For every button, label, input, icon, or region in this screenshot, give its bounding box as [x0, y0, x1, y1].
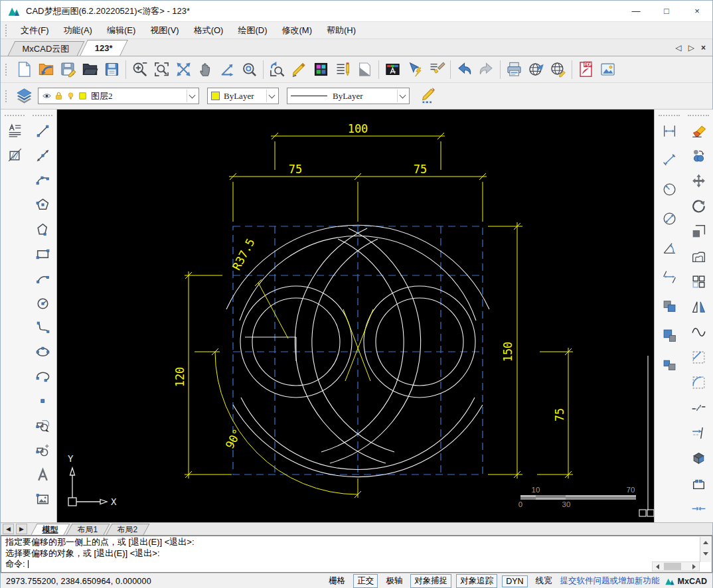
sketch-pencil-icon[interactable]	[288, 58, 310, 81]
chamfer-icon[interactable]	[688, 347, 709, 367]
polygon-icon[interactable]	[33, 194, 53, 214]
command-vertical-scrollbar[interactable]	[700, 537, 711, 562]
array-icon[interactable]	[688, 271, 709, 291]
color-select[interactable]: ByLayer	[207, 88, 279, 104]
tab-close-icon[interactable]: ×	[701, 43, 706, 52]
layout-tab-layout1[interactable]: 布局1	[66, 524, 110, 535]
hatch-icon[interactable]	[5, 145, 25, 165]
toggle-ortho[interactable]: 正交	[353, 574, 378, 588]
tab-scroll-left-icon[interactable]: ◁	[676, 43, 682, 52]
minimize-button[interactable]: —	[621, 1, 651, 21]
web-publish-icon[interactable]	[525, 58, 547, 81]
toggle-grid[interactable]: 栅格	[325, 575, 349, 587]
drawing-canvas[interactable]: 100 75 75 120 150 75 R37.5 90°	[57, 110, 654, 522]
toggle-polar[interactable]: 极轴	[382, 575, 406, 587]
circle-icon[interactable]	[33, 293, 53, 313]
toggle-lineweight[interactable]: 线宽	[532, 575, 556, 587]
feedback-link[interactable]: 提交软件问题或增加新功能	[560, 575, 660, 587]
tab-123-active[interactable]: 123*	[80, 40, 127, 56]
spline-icon[interactable]	[33, 317, 53, 337]
scale-icon[interactable]	[688, 221, 709, 241]
dim-linear-icon[interactable]	[659, 121, 680, 141]
pan-icon[interactable]	[195, 58, 216, 81]
menu-modify[interactable]: 修改(M)	[274, 23, 319, 38]
toggle-otrack[interactable]: 对象追踪	[456, 574, 497, 588]
pdf-export-icon[interactable]	[575, 58, 597, 81]
zoom-in-out-icon[interactable]	[129, 58, 151, 81]
redo-icon[interactable]	[475, 58, 497, 81]
dim-aligned-icon[interactable]	[659, 150, 680, 170]
view-axes-icon[interactable]	[216, 58, 238, 81]
spline-edit-icon[interactable]	[688, 322, 709, 342]
undo-icon[interactable]	[453, 58, 475, 81]
zoom-extents-icon[interactable]	[173, 58, 195, 81]
ellipse-icon[interactable]	[33, 342, 53, 362]
dim-radius-icon[interactable]	[659, 179, 680, 199]
layer-select[interactable]: 图层2	[38, 88, 199, 104]
tab-scroll-right-icon[interactable]: ▷	[688, 43, 694, 52]
zoom-previous-icon[interactable]	[266, 58, 288, 81]
stretch-icon[interactable]	[688, 473, 709, 493]
linetype-manager-icon[interactable]	[332, 58, 354, 81]
insert-image-icon[interactable]	[597, 58, 619, 81]
tab-mxcad-cloud[interactable]: MxCAD云图	[8, 41, 85, 56]
layout-tab-layout2[interactable]: 布局2	[106, 524, 149, 535]
menu-view[interactable]: 视图(V)	[143, 23, 186, 38]
erase-icon[interactable]	[688, 120, 709, 140]
construction-line-icon[interactable]	[33, 145, 53, 165]
toggle-dyn[interactable]: DYN	[502, 575, 527, 587]
polyline-icon[interactable]	[33, 219, 53, 239]
dropdown-arrow-icon[interactable]	[397, 90, 408, 102]
text-style-icon[interactable]	[382, 58, 404, 81]
dim-diameter-icon[interactable]	[659, 208, 680, 228]
open-folder-icon[interactable]	[79, 58, 101, 81]
linetype-select[interactable]: ByLayer	[287, 88, 410, 104]
copy-icon[interactable]	[688, 145, 709, 165]
save-icon[interactable]	[57, 58, 79, 81]
dim-continue-icon[interactable]	[659, 296, 680, 316]
arc-3point-icon[interactable]	[33, 268, 53, 288]
menu-file[interactable]: 文件(F)	[13, 23, 56, 38]
quick-select-icon[interactable]	[404, 58, 426, 81]
menu-help[interactable]: 帮助(H)	[319, 23, 363, 38]
text-format-icon[interactable]	[5, 121, 25, 141]
rectangle-icon[interactable]	[33, 244, 53, 263]
web-globe-icon[interactable]	[547, 58, 569, 81]
dim-baseline-icon[interactable]	[659, 325, 680, 345]
layers-icon[interactable]	[13, 85, 35, 108]
image-insert-icon[interactable]	[33, 489, 53, 509]
mirror-icon[interactable]	[688, 297, 709, 317]
line-icon[interactable]	[33, 121, 53, 141]
menu-edit[interactable]: 编辑(E)	[100, 23, 143, 38]
menu-format[interactable]: 格式(O)	[187, 23, 231, 38]
scrollbar-thumb[interactable]	[664, 563, 681, 570]
save-as-icon[interactable]	[101, 58, 123, 81]
move-icon[interactable]	[688, 171, 709, 190]
zoom-window-icon[interactable]	[151, 58, 173, 81]
dropdown-arrow-icon[interactable]	[187, 90, 197, 102]
close-button[interactable]: ×	[682, 1, 712, 21]
point-icon[interactable]	[33, 391, 53, 411]
copy-object-icon[interactable]	[33, 415, 53, 435]
toggle-osnap[interactable]: 对象捕捉	[410, 574, 451, 588]
print-icon[interactable]	[503, 58, 525, 81]
color-palette-icon[interactable]	[310, 58, 332, 81]
ellipse-arc-icon[interactable]	[33, 366, 53, 386]
offset-icon[interactable]	[688, 246, 709, 266]
rotate-icon[interactable]	[688, 196, 709, 216]
command-prompt-line[interactable]: 命令:	[5, 559, 708, 570]
command-horizontal-scrollbar[interactable]	[652, 561, 700, 571]
new-file-icon[interactable]	[13, 58, 35, 81]
dim-parallel-icon[interactable]	[659, 267, 680, 287]
fillet-icon[interactable]	[688, 372, 709, 392]
dim-angular-icon[interactable]	[659, 238, 680, 257]
menu-draw[interactable]: 绘图(D)	[230, 23, 274, 38]
match-properties-icon[interactable]	[426, 58, 447, 81]
layout-scroll-left-icon[interactable]: ◀	[3, 524, 14, 534]
break-icon[interactable]	[688, 398, 709, 417]
command-panel[interactable]: 指定要偏移的那一侧上的点，或 [退出(E)] <退出>: 选择要偏移的对象，或 …	[1, 536, 712, 573]
dim-quick-icon[interactable]	[659, 354, 680, 374]
scroll-up-icon[interactable]	[700, 537, 711, 548]
scroll-down-icon[interactable]	[700, 548, 711, 559]
block-insert-icon[interactable]	[33, 440, 53, 460]
